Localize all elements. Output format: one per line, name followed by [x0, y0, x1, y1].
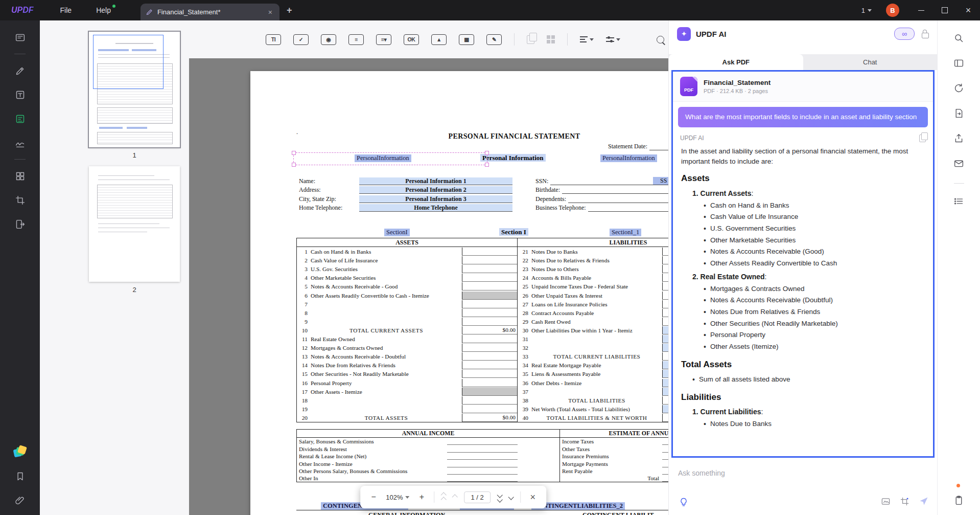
amount-line[interactable] — [447, 445, 518, 453]
amount-cell[interactable] — [662, 379, 668, 387]
copy-response-icon[interactable] — [919, 135, 926, 142]
form-text-field[interactable]: Home Telephone — [359, 204, 512, 212]
send-button[interactable] — [919, 496, 929, 508]
amount-cell[interactable] — [662, 265, 668, 273]
edit-pdf-button[interactable] — [10, 87, 30, 102]
amount-line[interactable] — [662, 467, 668, 475]
amount-cell[interactable] — [662, 318, 668, 326]
amount-cell[interactable] — [662, 309, 668, 317]
account-avatar[interactable]: B — [886, 4, 899, 17]
combo-box-tool[interactable]: ≡▾ — [376, 34, 391, 45]
export-pdf-button[interactable] — [10, 216, 30, 232]
image-field-tool[interactable]: ▲ — [431, 34, 447, 45]
amount-cell[interactable] — [462, 370, 517, 378]
amount-line[interactable] — [447, 475, 518, 482]
amount-cell[interactable] — [462, 379, 517, 387]
document-canvas[interactable]: . PERSONAL FINANCIAL STATEMENT Statement… — [189, 58, 668, 515]
checkbox-tool[interactable]: ✓ — [293, 34, 309, 45]
attach-image-button[interactable] — [881, 497, 891, 508]
document-tab[interactable]: Financial_Statement* × — [141, 4, 279, 20]
amount-cell[interactable] — [462, 335, 517, 343]
ask-input[interactable] — [677, 467, 929, 479]
amount-cell[interactable] — [662, 396, 668, 405]
form-field-tag[interactable]: SectionI — [384, 229, 410, 236]
blank-line[interactable] — [588, 205, 668, 212]
page-indicator[interactable]: 1 / 2 — [464, 491, 490, 503]
annotation-list-button[interactable] — [953, 196, 964, 209]
tab-ask-pdf[interactable]: Ask PDF — [669, 54, 803, 70]
unlimited-toggle-icon[interactable] — [894, 28, 915, 40]
amount-cell[interactable] — [462, 300, 517, 308]
form-field-tag[interactable]: PersonalInformation — [600, 154, 657, 162]
sync-button[interactable] — [953, 83, 964, 96]
amount-cell[interactable] — [462, 274, 517, 282]
prepare-form-button[interactable] — [10, 111, 30, 126]
zoom-level-dropdown[interactable]: 102% — [386, 494, 409, 501]
amount-line[interactable] — [662, 438, 668, 445]
previous-page-button[interactable] — [453, 495, 457, 499]
field-properties-dropdown[interactable] — [606, 36, 620, 43]
organize-pages-button[interactable] — [10, 168, 30, 184]
amount-line[interactable] — [662, 460, 668, 467]
bookmarks-button[interactable] — [10, 468, 30, 484]
amount-line[interactable] — [662, 475, 668, 482]
amount-cell[interactable] — [662, 326, 668, 334]
amount-cell[interactable] — [462, 309, 517, 317]
tab-chat[interactable]: Chat — [803, 54, 938, 70]
attachments-button[interactable] — [10, 492, 30, 508]
blank-line[interactable] — [550, 178, 668, 185]
amount-cell[interactable] — [662, 282, 668, 290]
search-button[interactable] — [953, 33, 964, 46]
blank-line[interactable] — [568, 196, 668, 203]
share-button[interactable] — [953, 133, 964, 146]
text-field-tool[interactable]: TI — [266, 34, 281, 45]
annotate-button[interactable] — [10, 63, 30, 78]
clipboard-button[interactable] — [953, 495, 964, 508]
amount-line[interactable] — [447, 438, 518, 445]
prompt-ideas-button[interactable] — [677, 496, 690, 509]
close-button[interactable] — [956, 0, 980, 20]
lock-icon[interactable] — [922, 33, 929, 38]
screenshot-ask-button[interactable] — [900, 497, 909, 508]
amount-line[interactable] — [662, 453, 668, 460]
amount-cell[interactable] — [662, 300, 668, 308]
amount-cell[interactable] — [662, 344, 668, 352]
page-export-button[interactable] — [953, 108, 964, 121]
list-box-tool[interactable]: ≡ — [348, 34, 364, 45]
form-text-field[interactable]: Personal Information 1 — [359, 177, 512, 185]
form-field-tag[interactable]: SectionI_1 — [610, 229, 641, 236]
menu-help[interactable]: Help — [96, 6, 111, 14]
amount-cell[interactable]: $0.00 — [462, 326, 517, 334]
amount-line[interactable] — [447, 467, 518, 475]
radio-button-tool[interactable]: ◉ — [321, 34, 336, 45]
amount-cell[interactable] — [462, 344, 517, 352]
amount-cell[interactable] — [662, 256, 668, 264]
page-thumbnail-1[interactable] — [89, 32, 180, 147]
field-selection-box[interactable] — [293, 152, 487, 165]
amount-cell[interactable] — [462, 265, 517, 273]
push-button-tool[interactable]: OK — [404, 34, 419, 45]
file-card[interactable]: PDF Financial_Statement PDF · 212.4 KB ·… — [673, 72, 933, 102]
amount-cell[interactable] — [662, 388, 668, 396]
new-tab-button[interactable]: + — [287, 5, 292, 16]
amount-cell[interactable] — [462, 405, 517, 413]
amount-cell[interactable] — [462, 292, 517, 300]
ai-assistant-button[interactable] — [10, 444, 30, 460]
close-zoombar-button[interactable] — [528, 492, 538, 503]
align-fields-dropdown[interactable] — [580, 36, 594, 43]
tab-close-icon[interactable]: × — [266, 8, 274, 16]
reader-mode-button[interactable] — [10, 30, 30, 45]
form-text-field[interactable]: Personal Information 2 — [359, 186, 512, 194]
last-page-button[interactable] — [509, 495, 513, 499]
amount-cell[interactable] — [662, 370, 668, 378]
form-text-field[interactable]: Personal Information 3 — [359, 195, 512, 203]
minimize-button[interactable] — [909, 0, 933, 20]
zoom-in-button[interactable] — [416, 492, 427, 502]
mail-button[interactable] — [953, 158, 964, 171]
visible-area-indicator[interactable] — [93, 35, 164, 89]
zoom-out-button[interactable] — [368, 492, 379, 502]
amount-cell[interactable] — [462, 388, 517, 396]
menu-file[interactable]: File — [60, 6, 72, 14]
window-count-dropdown[interactable]: 1 — [861, 7, 872, 14]
amount-cell[interactable] — [662, 352, 668, 361]
